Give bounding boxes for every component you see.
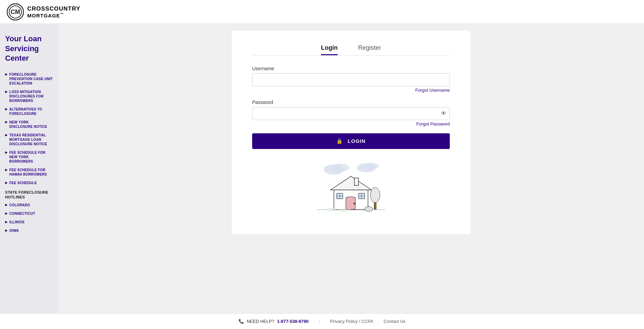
house-svg — [313, 159, 388, 214]
svg-point-6 — [364, 163, 379, 169]
svg-text:CM: CM — [11, 9, 20, 15]
sidebar-item-label: ILLINOIS — [9, 220, 25, 224]
login-button[interactable]: 🔒 LOGIN — [252, 133, 450, 149]
password-input[interactable] — [252, 107, 450, 120]
sidebar-item-new-york-disclosure[interactable]: ▶ NEW YORK DISCLOSURE NOTICE — [0, 118, 58, 131]
arrow-icon: ▶ — [5, 203, 7, 207]
svg-marker-9 — [331, 176, 371, 190]
login-button-label: LOGIN — [348, 138, 366, 144]
arrow-icon: ▶ — [5, 133, 7, 137]
password-input-wrapper: 👁 — [252, 107, 450, 120]
footer-divider: | — [319, 319, 320, 324]
sidebar-item-label: NEW YORK DISCLOSURE NOTICE — [9, 120, 53, 129]
sidebar: Your Loan Servicing Center ▶ FORECLOSURE… — [0, 24, 58, 329]
sidebar-item-texas-residential[interactable]: ▶ TEXAS RESIDENTIAL MORTGAGE LOAN DISCLO… — [0, 131, 58, 148]
sidebar-item-fee-schedule-hawaii[interactable]: ▶ FEE SCHEDULE FOR HAWAII BORROWERS — [0, 166, 58, 179]
lock-icon: 🔒 — [336, 138, 343, 144]
sidebar-item-illinois[interactable]: ▶ ILLINOIS — [0, 218, 58, 226]
footer-help: 📞 NEED HELP? 1-877-538-8790 — [239, 319, 308, 324]
arrow-icon: ▶ — [5, 107, 7, 111]
svg-point-12 — [354, 203, 355, 205]
password-group: Password 👁 Forgot Password — [252, 100, 450, 126]
house-illustration — [252, 159, 450, 214]
sidebar-item-foreclosure-prevention[interactable]: ▶ FORECLOSURE PREVENTION CASE UNIT ESCAL… — [0, 70, 58, 88]
arrow-icon: ▶ — [5, 212, 7, 216]
sidebar-item-label: FEE SCHEDULE FOR NEW YORK BORROWERS — [9, 150, 53, 164]
svg-point-20 — [370, 188, 380, 203]
tab-register[interactable]: Register — [358, 44, 381, 55]
arrow-icon: ▶ — [5, 90, 7, 94]
arrow-icon: ▶ — [5, 151, 7, 155]
sidebar-title: Your Loan Servicing Center — [0, 31, 58, 70]
main-content: Login Register Username Forgot Username … — [58, 24, 644, 329]
header: CM CROSSCOUNTRY MORTGAGE™ — [0, 0, 644, 24]
logo-text: CROSSCOUNTRY MORTGAGE™ — [27, 5, 80, 18]
password-label: Password — [252, 100, 450, 105]
footer-phone-link[interactable]: 1-877-538-8790 — [277, 319, 309, 324]
sidebar-item-label: ALTERNATIVES TO FORECLOSURE — [9, 107, 53, 116]
sidebar-item-label: FORECLOSURE PREVENTION CASE UNIT ESCALAT… — [9, 72, 53, 86]
layout: Your Loan Servicing Center ▶ FORECLOSURE… — [0, 24, 644, 329]
sidebar-item-fee-schedule[interactable]: ▶ FEE SCHEDULE — [0, 179, 58, 187]
sidebar-item-label: COLORADO — [9, 203, 30, 207]
logo-icon: CM — [7, 3, 24, 20]
sidebar-item-label: FEE SCHEDULE FOR HAWAII BORROWERS — [9, 168, 53, 177]
sidebar-item-alternatives[interactable]: ▶ ALTERNATIVES TO FORECLOSURE — [0, 105, 58, 118]
phone-icon: 📞 — [239, 319, 244, 324]
tab-login[interactable]: Login — [321, 44, 338, 55]
auth-tabs: Login Register — [252, 44, 450, 56]
svg-point-22 — [325, 208, 336, 212]
arrow-icon: ▶ — [5, 181, 7, 185]
svg-point-4 — [332, 164, 349, 172]
logo: CM CROSSCOUNTRY MORTGAGE™ — [7, 3, 80, 20]
sidebar-item-iowa[interactable]: ▶ IOWA — [0, 226, 58, 235]
sidebar-item-connecticut[interactable]: ▶ CONNECTICUT — [0, 209, 58, 218]
forgot-password-link[interactable]: Forgot Password — [252, 121, 450, 126]
logo-line2: MORTGAGE™ — [27, 12, 80, 18]
arrow-icon: ▶ — [5, 120, 7, 124]
sidebar-item-label: FEE SCHEDULE — [9, 181, 37, 185]
arrow-icon: ▶ — [5, 73, 7, 77]
svg-rect-10 — [354, 178, 358, 185]
svg-point-21 — [365, 207, 373, 211]
sidebar-item-loss-mitigation[interactable]: ▶ LOSS MITIGATION DISCLOSURES FOR BORROW… — [0, 88, 58, 105]
footer-privacy-link[interactable]: Privacy Policy / CCPA — [330, 319, 373, 324]
arrow-icon: ▶ — [5, 220, 7, 224]
need-help-text: NEED HELP? — [247, 319, 274, 324]
sidebar-item-label: CONNECTICUT — [9, 211, 35, 216]
eye-icon[interactable]: 👁 — [441, 110, 446, 117]
sidebar-item-label: LOSS MITIGATION DISCLOSURES FOR BORROWER… — [9, 90, 53, 103]
sidebar-item-label: TEXAS RESIDENTIAL MORTGAGE LOAN DISCLOSU… — [9, 133, 53, 146]
forgot-username-link[interactable]: Forgot Username — [252, 88, 450, 93]
sidebar-item-colorado[interactable]: ▶ COLORADO — [0, 201, 58, 209]
login-card: Login Register Username Forgot Username … — [232, 31, 470, 234]
username-group: Username Forgot Username — [252, 66, 450, 93]
footer-contact-link[interactable]: Contact Us — [384, 319, 405, 324]
username-label: Username — [252, 66, 450, 71]
sidebar-item-label: IOWA — [9, 228, 19, 233]
logo-line1: CROSSCOUNTRY — [27, 5, 80, 12]
arrow-icon: ▶ — [5, 168, 7, 172]
sidebar-section-header: STATE FORECLOSURE HOTLINES — [0, 187, 58, 201]
sidebar-item-fee-schedule-ny[interactable]: ▶ FEE SCHEDULE FOR NEW YORK BORROWERS — [0, 148, 58, 166]
username-input[interactable] — [252, 73, 450, 86]
footer: 📞 NEED HELP? 1-877-538-8790 | Privacy Po… — [0, 313, 644, 329]
arrow-icon: ▶ — [5, 229, 7, 233]
svg-point-23 — [337, 209, 351, 212]
